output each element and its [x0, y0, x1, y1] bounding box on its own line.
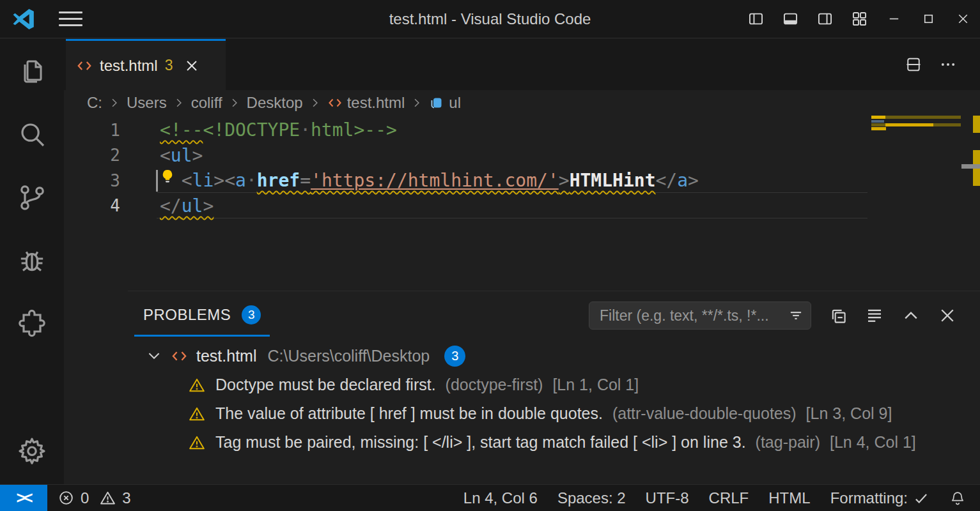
- warning-icon: [188, 405, 206, 423]
- line-number: 4: [64, 196, 120, 215]
- breadcrumb-separator-icon: [173, 96, 185, 109]
- error-icon: [58, 489, 75, 507]
- breadcrumb-label: coliff: [191, 94, 222, 112]
- bell-icon: [949, 490, 966, 507]
- line-content: <!--<!DOCTYPE·html>-->: [160, 119, 397, 141]
- error-count: 0: [81, 489, 89, 507]
- more-actions-icon[interactable]: [939, 56, 957, 73]
- window-controls: [738, 0, 980, 38]
- problem-position: [Ln 4, Col 1]: [830, 433, 916, 452]
- source-control-icon: [17, 182, 47, 213]
- code-line-1[interactable]: 1<!--<!DOCTYPE·html>-->: [64, 118, 980, 143]
- toggle-panel-icon[interactable]: [773, 0, 807, 38]
- breadcrumb-item-coliff[interactable]: coliff: [191, 94, 222, 112]
- vscode-window: test.html - Visual Studio Code test.html…: [0, 0, 980, 511]
- search-icon: [17, 119, 47, 149]
- filter-icon[interactable]: [788, 307, 804, 324]
- breadcrumb-label: Users: [127, 94, 167, 112]
- html-icon: [327, 95, 343, 111]
- code-editor[interactable]: 1<!--<!DOCTYPE·html>-->2<ul>3 <li><a·hre…: [64, 116, 980, 291]
- problems-list: test.html C:\Users\coliff\Desktop 3 Doct…: [128, 340, 980, 457]
- tab-test-html[interactable]: test.html 3: [66, 39, 226, 90]
- customize-layout-icon[interactable]: [842, 0, 876, 38]
- remote-indicator[interactable]: ><: [0, 485, 47, 511]
- menu-icon[interactable]: [59, 11, 82, 26]
- collapse-all-icon[interactable]: [828, 306, 848, 325]
- file-path: C:\Users\coliff\Desktop: [267, 347, 430, 365]
- problem-row[interactable]: The value of attribute [ href ] must be …: [128, 399, 980, 428]
- activity-bar-item-extensions[interactable]: [17, 309, 47, 339]
- status-eol[interactable]: CRLF: [709, 489, 749, 507]
- status-label: Ln 4, Col 6: [463, 489, 538, 507]
- chevron-down-icon[interactable]: [146, 347, 162, 364]
- problems-panel: PROBLEMS 3 test.: [128, 291, 980, 484]
- close-tab-icon[interactable]: [184, 58, 199, 73]
- status-cursor-position[interactable]: Ln 4, Col 6: [463, 489, 538, 507]
- problems-status[interactable]: 0 3: [58, 489, 131, 507]
- code-line-2[interactable]: 2<ul>: [64, 143, 980, 169]
- problem-message: Doctype must be declared first.: [215, 376, 436, 394]
- status-language-mode[interactable]: HTML: [768, 489, 810, 507]
- problem-row[interactable]: Doctype must be declared first.(doctype-…: [128, 370, 980, 399]
- problem-row[interactable]: Tag must be paired, missing: [ </li> ], …: [128, 428, 980, 457]
- breadcrumb-separator-icon: [228, 96, 241, 109]
- breadcrumb-item-users[interactable]: Users: [127, 94, 167, 112]
- breadcrumb-item-c-[interactable]: C:: [87, 94, 102, 112]
- tab-bar: test.html 3: [64, 39, 980, 90]
- problems-tab-label: PROBLEMS: [143, 306, 231, 324]
- close-window-button[interactable]: [945, 0, 980, 38]
- status-label: UTF-8: [646, 489, 689, 507]
- breadcrumb-label: C:: [87, 94, 102, 112]
- close-panel-icon[interactable]: [938, 306, 957, 325]
- activity-bar-item-explorer[interactable]: [17, 56, 47, 86]
- problem-rule: (attr-value-double-quotes): [612, 404, 797, 423]
- maximize-button[interactable]: [911, 0, 945, 38]
- status-label: Spaces: 2: [557, 489, 626, 507]
- status-notifications[interactable]: [949, 490, 966, 507]
- status-bar: >< 0 3 Ln 4, Col 6Spaces: 2UTF-8CRLFHTML…: [0, 484, 980, 511]
- activity-bar-item-source-control[interactable]: [17, 182, 47, 213]
- breadcrumb-item-test-html[interactable]: test.html: [327, 94, 405, 112]
- breadcrumb-separator-icon: [108, 96, 121, 109]
- toggle-primary-sidebar-icon[interactable]: [738, 0, 773, 38]
- minimap[interactable]: [871, 116, 961, 154]
- problem-position: [Ln 1, Col 1]: [552, 376, 639, 394]
- status-indentation[interactable]: Spaces: 2: [557, 489, 626, 507]
- line-number: 2: [64, 146, 120, 165]
- breadcrumb-label: test.html: [347, 94, 405, 112]
- filter-input[interactable]: [598, 307, 788, 325]
- activity-bar-item-search[interactable]: [17, 119, 47, 149]
- line-number: 3: [64, 171, 120, 190]
- breadcrumb-separator-icon: [410, 96, 423, 109]
- split-editor-icon[interactable]: [905, 56, 922, 73]
- breadcrumb-separator-icon: [309, 96, 322, 109]
- files-icon: [17, 56, 47, 86]
- status-label: Formatting:: [830, 489, 908, 507]
- view-as-list-icon[interactable]: [865, 306, 884, 325]
- lightbulb-icon[interactable]: [159, 167, 176, 186]
- panel-actions: [589, 301, 980, 330]
- gear-icon: [17, 436, 47, 466]
- code-line-4[interactable]: 4</ul>: [64, 194, 980, 219]
- activity-bar-item-run-debug[interactable]: [17, 245, 47, 276]
- toggle-secondary-sidebar-icon[interactable]: [807, 0, 842, 38]
- activity-bar-item-settings[interactable]: [17, 436, 47, 466]
- code-line-3[interactable]: 3 <li><a·href='https://htmlhint.com/'>HT…: [64, 168, 980, 194]
- check-icon: [913, 490, 929, 507]
- vscode-logo-icon: [12, 7, 36, 31]
- problems-file-row[interactable]: test.html C:\Users\coliff\Desktop 3: [128, 341, 980, 370]
- warning-icon: [188, 376, 206, 394]
- status-formatting[interactable]: Formatting:: [830, 489, 929, 507]
- breadcrumb-item-desktop[interactable]: Desktop: [247, 94, 303, 112]
- breadcrumb-label: ul: [449, 94, 461, 112]
- minimize-button[interactable]: [876, 0, 911, 38]
- line-content: </ul>: [160, 195, 214, 217]
- problem-message: The value of attribute [ href ] must be …: [215, 404, 603, 423]
- problems-count-badge: 3: [242, 305, 261, 324]
- status-encoding[interactable]: UTF-8: [646, 489, 689, 507]
- overview-ruler[interactable]: [961, 116, 980, 291]
- tab-problems[interactable]: PROBLEMS 3: [134, 294, 270, 337]
- maximize-panel-icon[interactable]: [901, 306, 921, 325]
- tab-label: test.html: [100, 57, 158, 75]
- breadcrumb-item-ul[interactable]: ul: [429, 94, 461, 112]
